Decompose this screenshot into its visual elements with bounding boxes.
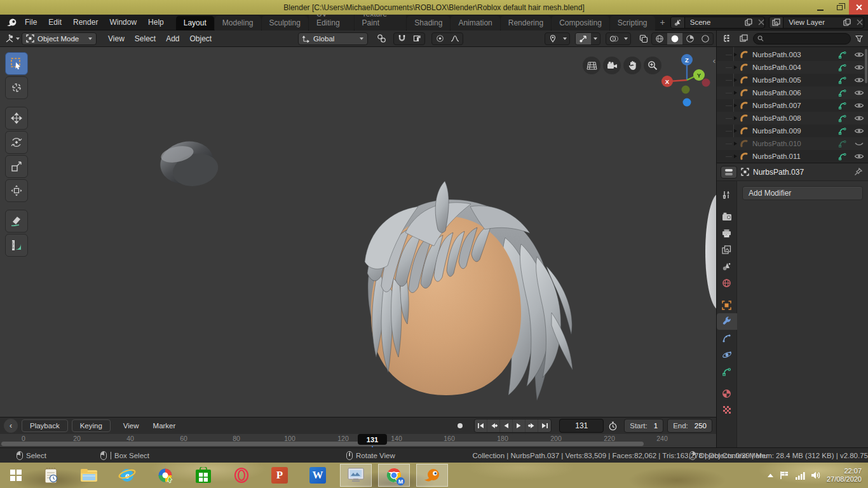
shading-wireframe-icon[interactable] xyxy=(652,33,667,44)
navigation-gizmo[interactable]: Z X Y xyxy=(658,51,716,109)
outliner-row[interactable]: NurbsPath.007 xyxy=(717,99,868,112)
shading-solid-icon[interactable] xyxy=(667,33,682,44)
eye-icon[interactable] xyxy=(854,101,864,110)
workspace-tab-compositing[interactable]: Compositing xyxy=(552,16,609,30)
show-gizmo-icon[interactable] xyxy=(576,33,591,44)
taskbar-app-file-explorer[interactable] xyxy=(70,463,108,488)
viewport-menu-view[interactable]: View xyxy=(103,31,130,46)
timeline-scrollbar[interactable] xyxy=(1,442,644,446)
expander-icon[interactable] xyxy=(734,129,737,133)
timeline-ruler[interactable]: 0 20 40 60 80 100 120 140 160 180 200 22… xyxy=(0,434,716,447)
magnet-icon[interactable] xyxy=(394,33,409,44)
workspace-tab-shading[interactable]: Shading xyxy=(407,16,450,30)
menu-help[interactable]: Help xyxy=(142,15,170,30)
clock[interactable]: 22:07 27/08/2020 xyxy=(827,467,862,484)
workspace-tab-sculpting[interactable]: Sculpting xyxy=(262,16,308,30)
start-button[interactable] xyxy=(0,463,32,488)
expander-icon[interactable] xyxy=(734,142,737,146)
outliner-row[interactable]: NurbsPath.009 xyxy=(717,125,868,137)
taskbar-app-blender[interactable] xyxy=(416,464,448,487)
expander-icon[interactable] xyxy=(734,116,737,120)
workspace-tab-animation[interactable]: Animation xyxy=(451,16,499,30)
tool-scale[interactable] xyxy=(5,155,28,178)
outliner-filter-images-icon[interactable] xyxy=(736,34,750,43)
taskbar-app-word[interactable]: W xyxy=(299,463,337,488)
search-input[interactable] xyxy=(766,35,846,43)
viewport-menu-select[interactable]: Select xyxy=(130,31,161,46)
tab-tool[interactable] xyxy=(717,186,737,203)
zoom-view-button[interactable] xyxy=(644,57,661,74)
sidebar-collapse-arrow[interactable]: ‹ xyxy=(713,56,715,65)
chevron-down-icon[interactable] xyxy=(560,33,569,44)
taskbar-app-internet-explorer[interactable]: e xyxy=(108,463,146,488)
tool-measure[interactable] xyxy=(5,234,28,257)
tab-particles[interactable] xyxy=(717,330,737,346)
tab-material[interactable] xyxy=(717,385,737,402)
proportional-falloff-icon[interactable] xyxy=(447,33,463,44)
snap-settings-dropdown[interactable] xyxy=(409,33,424,44)
stopwatch-icon[interactable] xyxy=(605,421,620,431)
auto-keying-button[interactable] xyxy=(452,419,468,433)
new-view-layer-icon[interactable] xyxy=(841,18,853,26)
outliner-row[interactable]: NurbsPath.011 xyxy=(717,150,868,163)
tray-chevron-icon[interactable] xyxy=(767,473,774,478)
scene-icon[interactable] xyxy=(671,17,685,28)
expander-icon[interactable] xyxy=(734,104,737,107)
scene-name[interactable]: Scene xyxy=(685,18,742,26)
close-button[interactable] xyxy=(849,0,868,15)
object-visibility-icon[interactable] xyxy=(545,33,560,44)
taskbar-app-journal[interactable] xyxy=(32,463,70,488)
chevron-down-icon[interactable] xyxy=(591,33,600,44)
3d-viewport[interactable]: ‹ Z X Y xyxy=(0,47,717,417)
viewport-menu-add[interactable]: Add xyxy=(161,31,184,46)
tab-world[interactable] xyxy=(717,274,737,291)
tool-annotate[interactable] xyxy=(5,210,28,233)
frame-end-field[interactable]: End: 250 xyxy=(667,419,712,433)
taskbar-app-media-sphere[interactable] xyxy=(146,463,184,488)
tab-object-data[interactable] xyxy=(717,363,737,379)
action-center-flag-icon[interactable] xyxy=(780,471,789,480)
menu-window[interactable]: Window xyxy=(104,15,142,30)
add-modifier-button[interactable]: Add Modifier xyxy=(742,186,863,200)
timeline-menu-marker[interactable]: Marker xyxy=(147,422,182,430)
tool-transform[interactable] xyxy=(5,179,28,202)
shading-material-icon[interactable] xyxy=(682,33,698,44)
outliner-row-hidden[interactable]: NurbsPath.010 xyxy=(717,137,868,150)
menu-render[interactable]: Render xyxy=(67,15,104,30)
outliner-display-mode-icon[interactable] xyxy=(720,34,734,43)
chevron-down-icon[interactable] xyxy=(621,33,630,44)
grid-perspective-button[interactable] xyxy=(583,57,600,74)
eye-icon[interactable] xyxy=(854,88,864,97)
menu-file[interactable]: File xyxy=(19,15,43,30)
pan-view-button[interactable] xyxy=(623,57,641,74)
tab-output[interactable] xyxy=(717,225,737,241)
tab-texture[interactable] xyxy=(717,402,737,418)
expander-icon[interactable] xyxy=(734,65,737,69)
taskbar-app-chrome[interactable]: M xyxy=(378,464,410,487)
outliner-search[interactable] xyxy=(753,33,851,44)
jump-to-end-button[interactable] xyxy=(538,419,551,432)
eye-icon[interactable] xyxy=(854,114,864,123)
workspace-tab-rendering[interactable]: Rendering xyxy=(501,16,551,30)
tab-physics[interactable] xyxy=(717,346,737,363)
proportional-dot-icon[interactable] xyxy=(432,33,447,44)
jump-to-start-button[interactable] xyxy=(475,419,487,432)
frame-start-field[interactable]: Start: 1 xyxy=(624,419,663,433)
expander-icon[interactable] xyxy=(734,154,737,158)
mode-dropdown[interactable]: Object Mode xyxy=(22,32,97,45)
current-frame-badge[interactable]: 131 xyxy=(358,434,387,445)
prev-keyframe-button[interactable] xyxy=(487,419,500,432)
filter-funnel-icon[interactable] xyxy=(853,35,865,43)
remove-view-layer-icon[interactable] xyxy=(853,19,864,25)
next-keyframe-button[interactable] xyxy=(526,419,538,432)
outliner-row[interactable]: NurbsPath.003 xyxy=(717,48,868,61)
tool-cursor[interactable] xyxy=(5,76,28,99)
eye-icon[interactable] xyxy=(854,50,864,59)
taskbar-app-opera[interactable] xyxy=(222,463,261,488)
workspace-tab-layout[interactable]: Layout xyxy=(176,16,214,30)
xray-toggle-icon[interactable] xyxy=(636,34,651,43)
tab-modifiers[interactable] xyxy=(717,313,737,330)
tool-rotate[interactable] xyxy=(5,131,28,154)
eye-icon[interactable] xyxy=(854,126,864,135)
current-frame-field[interactable]: 131 xyxy=(559,419,604,433)
